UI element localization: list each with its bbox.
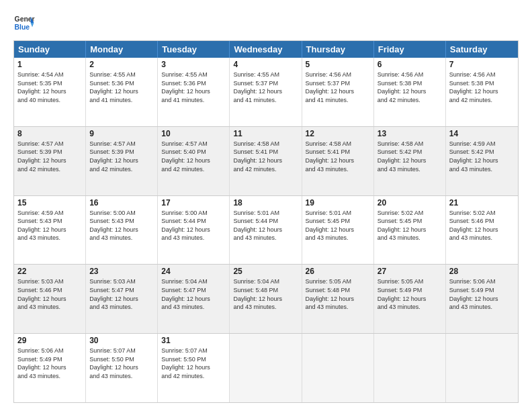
cell-info: Sunrise: 4:54 AMSunset: 5:35 PMDaylight:… bbox=[17, 71, 82, 104]
day-cell-15: 15Sunrise: 4:59 AMSunset: 5:43 PMDayligh… bbox=[14, 196, 86, 265]
day-number: 29 bbox=[17, 336, 82, 345]
calendar-body: 1Sunrise: 4:54 AMSunset: 5:35 PMDaylight… bbox=[14, 58, 518, 402]
day-number: 10 bbox=[161, 129, 226, 138]
cell-info: Sunrise: 4:55 AMSunset: 5:37 PMDaylight:… bbox=[233, 71, 298, 104]
cell-info: Sunrise: 5:05 AMSunset: 5:48 PMDaylight:… bbox=[306, 277, 370, 311]
cell-info: Sunrise: 5:04 AMSunset: 5:48 PMDaylight:… bbox=[233, 277, 298, 311]
empty-cell bbox=[446, 334, 518, 402]
day-number: 7 bbox=[449, 60, 515, 69]
day-cell-6: 6Sunrise: 4:56 AMSunset: 5:38 PMDaylight… bbox=[374, 58, 446, 126]
day-number: 13 bbox=[378, 129, 442, 138]
calendar-row-4: 22Sunrise: 5:03 AMSunset: 5:46 PMDayligh… bbox=[14, 264, 518, 333]
cell-info: Sunrise: 4:57 AMSunset: 5:39 PMDaylight:… bbox=[89, 140, 154, 173]
day-cell-25: 25Sunrise: 5:04 AMSunset: 5:48 PMDayligh… bbox=[230, 265, 302, 333]
weekday-header-sunday: Sunday bbox=[14, 41, 86, 58]
day-cell-30: 30Sunrise: 5:07 AMSunset: 5:50 PMDayligh… bbox=[86, 334, 158, 402]
empty-cell bbox=[374, 334, 446, 402]
weekday-header-saturday: Saturday bbox=[446, 41, 518, 58]
day-number: 14 bbox=[449, 129, 515, 138]
day-cell-3: 3Sunrise: 4:55 AMSunset: 5:36 PMDaylight… bbox=[158, 58, 230, 126]
day-number: 17 bbox=[161, 198, 226, 208]
cell-info: Sunrise: 4:57 AMSunset: 5:40 PMDaylight:… bbox=[161, 140, 226, 173]
day-cell-13: 13Sunrise: 4:58 AMSunset: 5:42 PMDayligh… bbox=[374, 127, 446, 195]
cell-info: Sunrise: 5:01 AMSunset: 5:45 PMDaylight:… bbox=[306, 209, 370, 242]
cell-info: Sunrise: 5:00 AMSunset: 5:44 PMDaylight:… bbox=[161, 209, 226, 242]
cell-info: Sunrise: 5:07 AMSunset: 5:50 PMDaylight:… bbox=[89, 347, 154, 380]
day-number: 19 bbox=[306, 198, 370, 208]
day-cell-24: 24Sunrise: 5:04 AMSunset: 5:47 PMDayligh… bbox=[158, 265, 230, 333]
day-number: 18 bbox=[233, 198, 298, 208]
day-number: 11 bbox=[233, 129, 298, 138]
day-number: 1 bbox=[17, 60, 82, 69]
day-cell-20: 20Sunrise: 5:02 AMSunset: 5:45 PMDayligh… bbox=[374, 196, 446, 265]
cell-info: Sunrise: 4:57 AMSunset: 5:39 PMDaylight:… bbox=[17, 140, 82, 173]
day-number: 5 bbox=[306, 60, 370, 69]
day-cell-28: 28Sunrise: 5:06 AMSunset: 5:49 PMDayligh… bbox=[446, 265, 518, 333]
day-cell-17: 17Sunrise: 5:00 AMSunset: 5:44 PMDayligh… bbox=[158, 196, 230, 265]
day-number: 8 bbox=[17, 129, 82, 138]
day-number: 6 bbox=[378, 60, 442, 69]
day-cell-14: 14Sunrise: 4:59 AMSunset: 5:42 PMDayligh… bbox=[446, 127, 518, 195]
day-number: 16 bbox=[89, 198, 154, 208]
header: General Blue bbox=[13, 12, 519, 34]
day-number: 22 bbox=[17, 267, 82, 276]
day-cell-5: 5Sunrise: 4:56 AMSunset: 5:37 PMDaylight… bbox=[302, 58, 374, 126]
cell-info: Sunrise: 5:01 AMSunset: 5:44 PMDaylight:… bbox=[233, 209, 298, 242]
cell-info: Sunrise: 4:59 AMSunset: 5:42 PMDaylight:… bbox=[449, 140, 515, 173]
weekday-header-wednesday: Wednesday bbox=[230, 41, 302, 58]
weekday-header-thursday: Thursday bbox=[302, 41, 374, 58]
day-number: 9 bbox=[89, 129, 154, 138]
day-cell-1: 1Sunrise: 4:54 AMSunset: 5:35 PMDaylight… bbox=[14, 58, 86, 126]
day-cell-27: 27Sunrise: 5:05 AMSunset: 5:49 PMDayligh… bbox=[374, 265, 446, 333]
day-cell-7: 7Sunrise: 4:56 AMSunset: 5:38 PMDaylight… bbox=[446, 58, 518, 126]
svg-text:Blue: Blue bbox=[15, 24, 30, 31]
cell-info: Sunrise: 5:04 AMSunset: 5:47 PMDaylight:… bbox=[161, 277, 226, 311]
day-number: 24 bbox=[161, 267, 226, 276]
day-number: 12 bbox=[306, 129, 370, 138]
day-cell-10: 10Sunrise: 4:57 AMSunset: 5:40 PMDayligh… bbox=[158, 127, 230, 195]
day-number: 28 bbox=[449, 267, 515, 276]
cell-info: Sunrise: 5:05 AMSunset: 5:49 PMDaylight:… bbox=[378, 277, 442, 311]
calendar-header: SundayMondayTuesdayWednesdayThursdayFrid… bbox=[14, 41, 518, 58]
cell-info: Sunrise: 4:56 AMSunset: 5:38 PMDaylight:… bbox=[378, 71, 442, 104]
weekday-header-monday: Monday bbox=[86, 41, 158, 58]
cell-info: Sunrise: 5:06 AMSunset: 5:49 PMDaylight:… bbox=[449, 277, 515, 311]
day-cell-2: 2Sunrise: 4:55 AMSunset: 5:36 PMDaylight… bbox=[86, 58, 158, 126]
day-number: 4 bbox=[233, 60, 298, 69]
cell-info: Sunrise: 5:03 AMSunset: 5:47 PMDaylight:… bbox=[89, 277, 154, 311]
day-cell-18: 18Sunrise: 5:01 AMSunset: 5:44 PMDayligh… bbox=[230, 196, 302, 265]
cell-info: Sunrise: 5:03 AMSunset: 5:46 PMDaylight:… bbox=[17, 277, 82, 311]
day-cell-12: 12Sunrise: 4:58 AMSunset: 5:41 PMDayligh… bbox=[302, 127, 374, 195]
calendar-row-5: 29Sunrise: 5:06 AMSunset: 5:49 PMDayligh… bbox=[14, 333, 518, 402]
day-cell-11: 11Sunrise: 4:58 AMSunset: 5:41 PMDayligh… bbox=[230, 127, 302, 195]
day-cell-23: 23Sunrise: 5:03 AMSunset: 5:47 PMDayligh… bbox=[86, 265, 158, 333]
calendar-row-3: 15Sunrise: 4:59 AMSunset: 5:43 PMDayligh… bbox=[14, 195, 518, 265]
day-number: 25 bbox=[233, 267, 298, 276]
cell-info: Sunrise: 5:07 AMSunset: 5:50 PMDaylight:… bbox=[161, 347, 226, 380]
cell-info: Sunrise: 5:02 AMSunset: 5:45 PMDaylight:… bbox=[378, 209, 442, 242]
cell-info: Sunrise: 4:55 AMSunset: 5:36 PMDaylight:… bbox=[161, 71, 226, 104]
cell-info: Sunrise: 5:00 AMSunset: 5:43 PMDaylight:… bbox=[89, 209, 154, 242]
day-number: 15 bbox=[17, 198, 82, 208]
day-cell-22: 22Sunrise: 5:03 AMSunset: 5:46 PMDayligh… bbox=[14, 265, 86, 333]
calendar: SundayMondayTuesdayWednesdayThursdayFrid… bbox=[13, 40, 519, 403]
day-number: 2 bbox=[89, 60, 154, 69]
day-cell-4: 4Sunrise: 4:55 AMSunset: 5:37 PMDaylight… bbox=[230, 58, 302, 126]
logo-icon: General Blue bbox=[13, 12, 35, 34]
day-cell-16: 16Sunrise: 5:00 AMSunset: 5:43 PMDayligh… bbox=[86, 196, 158, 265]
empty-cell bbox=[302, 334, 374, 402]
day-cell-19: 19Sunrise: 5:01 AMSunset: 5:45 PMDayligh… bbox=[302, 196, 374, 265]
logo: General Blue bbox=[13, 12, 35, 34]
cell-info: Sunrise: 4:56 AMSunset: 5:38 PMDaylight:… bbox=[449, 71, 515, 104]
svg-marker-3 bbox=[31, 23, 34, 27]
page: General Blue SundayMondayTuesdayWednesda… bbox=[0, 0, 532, 411]
cell-info: Sunrise: 5:06 AMSunset: 5:49 PMDaylight:… bbox=[17, 347, 82, 380]
day-cell-9: 9Sunrise: 4:57 AMSunset: 5:39 PMDaylight… bbox=[86, 127, 158, 195]
calendar-row-1: 1Sunrise: 4:54 AMSunset: 5:35 PMDaylight… bbox=[14, 58, 518, 126]
calendar-row-2: 8Sunrise: 4:57 AMSunset: 5:39 PMDaylight… bbox=[14, 126, 518, 195]
day-number: 26 bbox=[306, 267, 370, 276]
cell-info: Sunrise: 4:58 AMSunset: 5:41 PMDaylight:… bbox=[306, 140, 370, 173]
day-cell-29: 29Sunrise: 5:06 AMSunset: 5:49 PMDayligh… bbox=[14, 334, 86, 402]
day-number: 31 bbox=[161, 336, 226, 345]
day-number: 23 bbox=[89, 267, 154, 276]
